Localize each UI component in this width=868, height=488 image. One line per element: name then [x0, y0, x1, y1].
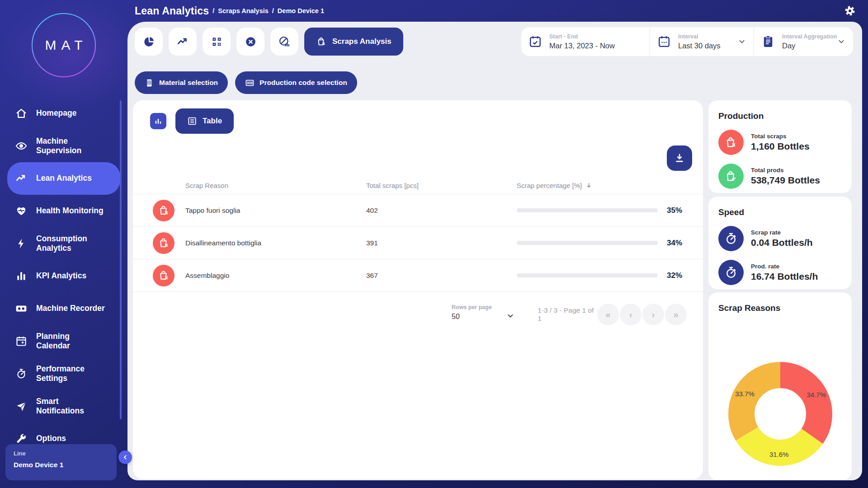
tab-pie-button[interactable] — [135, 28, 163, 56]
aggregation-label: Interval Aggregation — [782, 33, 837, 40]
material-selection-label: Material selection — [159, 79, 218, 87]
donut-segment-label: 31.6% — [769, 450, 788, 458]
stat-label: Total prods — [751, 167, 820, 174]
sidebar-item-lean-analytics[interactable]: Lean Analytics — [7, 162, 120, 195]
breadcrumb-section[interactable]: Scraps Analysis — [218, 7, 269, 14]
analysis-tabs-row: Scraps Analysis Start - End Mar 13, 2023… — [135, 27, 853, 56]
sidebar-item-kpi-analytics[interactable]: KPI Analytics — [7, 260, 120, 292]
next-page-button[interactable]: › — [642, 304, 664, 325]
sidebar-item-label: Lean Analytics — [36, 174, 92, 183]
stat-label: Prod. rate — [751, 263, 818, 270]
scrap-reasons-card: Scrap Reasons 34.7%31.6%33.7% — [708, 292, 852, 480]
material-icon — [145, 78, 154, 88]
scrap-reason-cell: Tappo fuori soglia — [185, 206, 366, 215]
column-total-scraps[interactable]: Total scraps [pcs] — [366, 182, 517, 189]
table-row[interactable]: Assemblaggio36732% — [133, 259, 703, 292]
chart-view-toggle[interactable] — [150, 113, 166, 129]
stat-value: 0.04 Bottles/h — [751, 237, 813, 248]
column-scrap-reason[interactable]: Scrap Reason — [185, 182, 366, 189]
tab-qr-button[interactable] — [203, 28, 231, 56]
barcode-icon — [245, 78, 255, 88]
tab-gauge-button[interactable] — [270, 28, 298, 56]
total-scraps-cell: 391 — [366, 239, 517, 247]
table-header: Scrap Reason Total scraps [pcs] Scrap pe… — [133, 177, 703, 194]
sidebar-item-machine-supervision[interactable]: Machine Supervision — [7, 130, 120, 162]
date-filter-panel: Start - End Mar 13, 2023 - Now Interval … — [521, 27, 853, 56]
heart-icon — [15, 205, 27, 217]
donut-segment-label: 34.7% — [807, 391, 826, 399]
sidebar-item-machine-recorder[interactable]: Machine Recorder — [7, 292, 120, 325]
sidebar: MAT HomepageMachine SupervisionLean Anal… — [0, 0, 127, 488]
interval-label: Interval — [678, 33, 721, 40]
sidebar-item-label: Planning Calendar — [36, 332, 70, 351]
previous-page-button[interactable]: ‹ — [620, 304, 642, 325]
speed-card: Speed Scrap rate0.04 Bottles/hProd. rate… — [708, 197, 852, 289]
sidebar-item-consumption-analytics[interactable]: Consumption Analytics — [7, 227, 120, 260]
wrench-icon — [15, 433, 27, 445]
stat-prod-rate: Prod. rate16.74 Bottles/h — [718, 260, 842, 285]
device-line-label: Line — [14, 450, 108, 457]
interval-filter[interactable]: Interval Last 30 days — [650, 27, 754, 56]
aggregation-filter[interactable]: Interval Aggregation Day — [754, 27, 853, 56]
trendTab-icon — [177, 36, 189, 48]
stopwatch-icon — [718, 260, 744, 285]
page-title: Lean Analytics — [135, 5, 209, 17]
device-card[interactable]: Line Demo Device 1 — [5, 444, 117, 480]
total-scraps-cell: 367 — [366, 272, 517, 280]
donut-segment-label: 33.7% — [735, 390, 755, 398]
app-logo: MAT — [31, 13, 96, 78]
table-row[interactable]: Tappo fuori soglia40235% — [133, 194, 703, 227]
table-view-toggle[interactable]: Table — [175, 108, 234, 134]
scrap-percentage-bar — [517, 208, 658, 212]
stat-value: 538,749 Bottles — [751, 175, 820, 186]
speed-title: Speed — [718, 207, 842, 217]
scrap-reason-cell: Assemblaggio — [185, 272, 366, 280]
sidebar-item-homepage[interactable]: Homepage — [7, 97, 120, 130]
table-row[interactable]: Disallineamento bottiglia39134% — [133, 227, 703, 259]
send-icon — [15, 400, 27, 412]
bagcheck-icon — [718, 164, 744, 189]
pager-buttons: «‹›» — [597, 304, 687, 325]
tab-scraps-analysis[interactable]: Scraps Analysis — [304, 28, 403, 56]
stat-total-scraps: Total scraps1,160 Bottles — [718, 130, 842, 155]
topbar: Lean Analytics / Scraps Analysis / Demo … — [127, 0, 868, 22]
breadcrumb-device[interactable]: Demo Device 1 — [278, 7, 324, 14]
gear-icon — [844, 5, 856, 17]
production-code-selection-label: Production code selection — [259, 79, 347, 87]
calendar-icon — [15, 335, 27, 347]
scrap-reasons-title: Scrap Reasons — [718, 303, 842, 313]
sidebar-item-label: Consumption Analytics — [36, 234, 87, 253]
sidebar-item-planning-calendar[interactable]: Planning Calendar — [7, 325, 120, 357]
aggregation-value: Day — [782, 42, 837, 50]
start-end-filter[interactable]: Start - End Mar 13, 2023 - Now — [521, 27, 650, 56]
first-page-button[interactable]: « — [597, 304, 619, 325]
sidebar-item-label: Smart Notifications — [36, 397, 84, 416]
stat-total-prods: Total prods538,749 Bottles — [718, 164, 842, 189]
chevron-down-icon — [506, 311, 515, 320]
eye-icon — [15, 140, 27, 152]
gauge-icon — [278, 36, 291, 48]
sidebar-item-label: Homepage — [36, 108, 76, 118]
tab-xcircle-button[interactable] — [236, 28, 264, 56]
sidebar-collapse-button[interactable] — [118, 450, 132, 464]
column-scrap-percentage[interactable]: Scrap percentage [%] — [517, 182, 703, 189]
selection-buttons-row: Material selection Production code selec… — [135, 71, 357, 94]
sidebar-scrollbar[interactable] — [120, 100, 122, 419]
sidebar-item-health-monitoring[interactable]: Health Monitoring — [7, 195, 120, 227]
production-code-selection-button[interactable]: Production code selection — [235, 71, 357, 94]
rows-per-page-select[interactable]: Rows per page 50 — [452, 304, 517, 325]
last-page-button[interactable]: » — [665, 304, 687, 325]
production-card: Production Total scraps1,160 BottlesTota… — [708, 100, 852, 193]
tab-trendTab-button[interactable] — [169, 28, 197, 56]
download-icon — [674, 152, 685, 164]
settings-button[interactable] — [844, 5, 856, 17]
download-button[interactable] — [667, 145, 692, 171]
sidebar-item-performance-settings[interactable]: Performance Settings — [7, 357, 120, 390]
stat-label: Scrap rate — [751, 229, 813, 236]
cassette-icon — [15, 303, 27, 314]
sidebar-item-smart-notifications[interactable]: Smart Notifications — [7, 390, 120, 422]
scrap-percentage-bar — [517, 273, 658, 277]
material-selection-button[interactable]: Material selection — [135, 71, 228, 94]
sidebar-item-label: Health Monitoring — [36, 206, 104, 216]
stat-scrap-rate: Scrap rate0.04 Bottles/h — [718, 226, 842, 251]
